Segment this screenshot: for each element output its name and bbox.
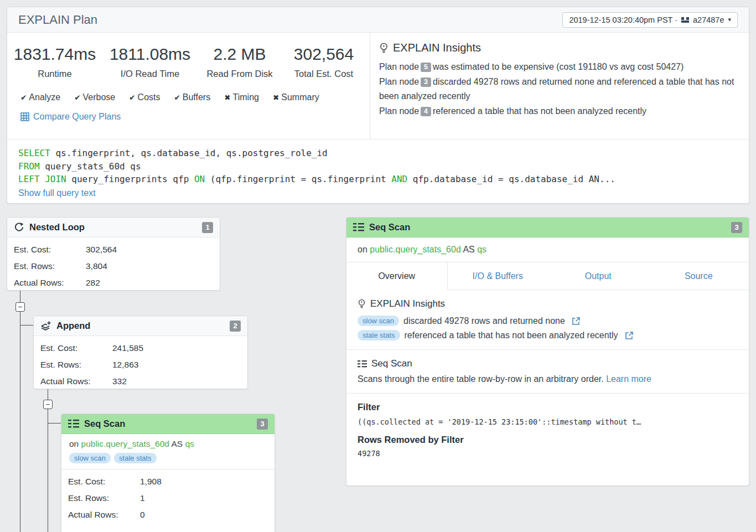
show-full-query-link[interactable]: Show full query text [18, 188, 96, 198]
tab-source[interactable]: Source [649, 262, 749, 290]
plan-fingerprint-icon [681, 16, 689, 24]
plan-stats: 1831.74ms Runtime 1811.08ms I/O Read Tim… [7, 33, 370, 139]
flag-costs: ✔Costs [129, 92, 160, 102]
insight-item: Plan node4referenced a table that has no… [379, 106, 646, 116]
table-rows-icon [68, 420, 79, 428]
stat-row: 1831.74ms Runtime 1811.08ms I/O Read Tim… [7, 44, 370, 79]
node-detail-panel: Seq Scan 3 on public.query_stats_60d AS … [346, 217, 749, 486]
collapse-node-2-button[interactable]: − [43, 400, 53, 409]
panel-insight-item: slow scan discarded 49278 rows and retur… [358, 316, 738, 326]
stat-read-from-disk: 2.2 MB Read From Disk [198, 44, 282, 79]
panel-tabs: Overview I/O & Buffers Output Source [346, 262, 749, 290]
tree-line [48, 409, 48, 532]
node-ref-badge[interactable]: 3 [421, 78, 431, 87]
table-rows-icon [353, 223, 364, 231]
stat-total-est-cost: 302,564 Total Est. Cost [282, 44, 366, 79]
node-number-badge: 3 [257, 419, 268, 430]
query-text: SELECT qs.fingerprint, qs.database_id, q… [7, 139, 749, 203]
tab-io-buffers[interactable]: I/O & Buffers [448, 262, 548, 290]
plan-node-nested-loop[interactable]: Nested Loop 1 Est. Cost:302,564 Est. Row… [7, 217, 220, 291]
node-insight-badges: slow scan stale stats [61, 450, 275, 469]
timestamp-text: 2019-12-15 03:20:40pm PST · [569, 16, 677, 24]
node-header: Nested Loop 1 [7, 218, 220, 237]
slow-scan-badge: slow scan [358, 316, 399, 326]
append-icon [40, 321, 51, 332]
panel-header: Seq Scan 3 [346, 218, 749, 237]
node-title: Seq Scan [84, 419, 125, 429]
rows-removed-label: Rows Removed by Filter [358, 435, 738, 445]
filter-expression: ((qs.collected_at = '2019-12-15 23:15:00… [358, 417, 738, 426]
node-number-badge: 3 [731, 222, 742, 233]
table-rows-icon [358, 360, 367, 368]
sql-line: FROM query_stats_60d qs [18, 160, 738, 173]
explain-insights-summary: EXPLAIN Insights Plan node5was estimated… [379, 33, 745, 118]
node-type-description: Scans through the entire table row-by-ro… [358, 374, 738, 384]
stat-io-read-time: 1811.08ms I/O Read Time [102, 44, 198, 79]
node-ref-badge[interactable]: 5 [421, 63, 431, 72]
flag-analyze: ✔Analyze [20, 92, 60, 102]
tab-overview[interactable]: Overview [346, 262, 448, 290]
stat-runtime: 1831.74ms Runtime [7, 44, 102, 79]
node-header: Append 2 [34, 316, 247, 336]
explain-plan-page: EXPLAIN Plan 2019-12-15 03:20:40pm PST ·… [0, 0, 756, 532]
check-icon: ✔ [174, 94, 180, 102]
tree-line [20, 325, 33, 326]
insight-item: Plan node5was estimated to be expensive … [379, 62, 683, 71]
check-icon: ✔ [74, 94, 80, 102]
tree-line [48, 423, 61, 423]
sql-line: SELECT qs.fingerprint, qs.database_id, q… [18, 147, 738, 160]
node-stat: Actual Rows:282 [14, 275, 213, 291]
node-number-badge: 2 [230, 321, 241, 332]
panel-insights-section: EXPLAIN Insights slow scan discarded 492… [346, 290, 749, 349]
chevron-down-icon: ▾ [728, 16, 731, 23]
node-ref-badge[interactable]: 4 [421, 107, 431, 116]
page-title: EXPLAIN Plan [18, 13, 97, 27]
plan-id: a27487e [693, 16, 724, 24]
sql-line: LEFT JOIN query_fingerprints qfp ON (qfp… [18, 173, 738, 186]
panel-table-row: on public.query_stats_60d AS qs [346, 237, 749, 262]
node-title: Nested Loop [29, 222, 85, 233]
node-stat: Est. Rows:12,863 [40, 357, 241, 373]
node-stat: Actual Rows:0 [68, 507, 268, 523]
flag-verbose: ✔Verbose [74, 92, 115, 102]
node-stat: Est. Rows:1 [68, 490, 268, 507]
stale-stats-badge: stale stats [114, 453, 157, 463]
cross-icon: ✖ [224, 94, 230, 102]
compare-query-plans-link[interactable]: Compare Query Plans [20, 112, 370, 122]
flag-summary: ✖Summary [273, 92, 319, 102]
node-stat: Est. Cost:1,908 [68, 473, 268, 490]
node-body: Est. Cost:302,564 Est. Rows:3,804 Actual… [7, 237, 220, 296]
panel-insights-title: EXPLAIN Insights [358, 298, 738, 309]
explain-flags: ✔Analyze ✔Verbose ✔Costs ✔Buffers ✖Timin… [7, 79, 370, 102]
learn-more-link[interactable]: Learn more [606, 374, 651, 384]
card-header: EXPLAIN Plan 2019-12-15 03:20:40pm PST ·… [7, 7, 749, 33]
node-type-title: Seq Scan [358, 358, 738, 369]
insights-items: Plan node5was estimated to be expensive … [379, 60, 734, 118]
node-table-row: on public.query_stats_60d AS qs [61, 434, 275, 450]
node-stat: Est. Cost:241,585 [40, 340, 241, 357]
panel-title: Seq Scan [369, 222, 410, 233]
collapse-node-1-button[interactable]: − [15, 302, 25, 312]
alias-link[interactable]: qs [185, 439, 194, 448]
alias-link[interactable]: qs [477, 245, 486, 254]
lightbulb-icon [358, 299, 366, 309]
tab-output[interactable]: Output [548, 262, 649, 290]
external-link-icon[interactable] [625, 331, 634, 340]
rows-removed-value: 49278 [358, 449, 738, 458]
divider [370, 33, 370, 139]
node-type-section: Seq Scan Scans through the entire table … [346, 349, 749, 393]
plan-node-seq-scan[interactable]: Seq Scan 3 on public.query_stats_60d AS … [61, 414, 275, 532]
node-stat: Actual Rows:332 [40, 373, 241, 390]
node-number-badge: 1 [202, 222, 213, 233]
node-stat: Est. Rows:3,804 [14, 258, 213, 275]
panel-insight-items: slow scan discarded 49278 rows and retur… [358, 316, 738, 340]
plan-node-append[interactable]: Append 2 Est. Cost:241,585 Est. Rows:12,… [33, 316, 248, 389]
cross-icon: ✖ [273, 94, 279, 102]
table-link[interactable]: public.query_stats_60d [370, 245, 461, 254]
tree-line [20, 312, 20, 532]
plan-timestamp-dropdown[interactable]: 2019-12-15 03:20:40pm PST · a27487e ▾ [562, 12, 738, 28]
table-link[interactable]: public.query_stats_60d [81, 439, 169, 448]
node-body: Est. Cost:1,908 Est. Rows:1 Actual Rows:… [61, 469, 275, 528]
external-link-icon[interactable] [572, 317, 581, 326]
slow-scan-badge: slow scan [69, 453, 111, 463]
